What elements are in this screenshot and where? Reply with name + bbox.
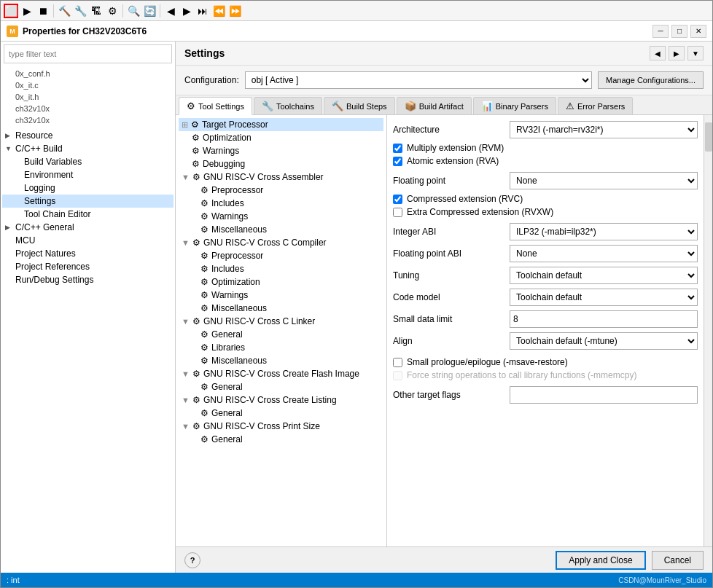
extra-compressed-checkbox[interactable]: [393, 208, 402, 217]
tree-logging[interactable]: Logging: [2, 181, 174, 195]
settings-tree-optimization[interactable]: ⚙ Optimization: [179, 131, 383, 144]
filter-input[interactable]: [4, 44, 172, 63]
apply-close-button[interactable]: Apply and Close: [556, 551, 645, 570]
settings-tree-compiler-optimization[interactable]: ⚙ Optimization: [179, 275, 383, 289]
tree-cpp-general[interactable]: ▶ C/C++ General: [2, 221, 174, 234]
settings-tree-flash-group[interactable]: ▼ ⚙ GNU RISC-V Cross Create Flash Image: [179, 367, 383, 380]
compressed-ext-row[interactable]: Compressed extension (RVC): [393, 194, 698, 204]
toolbar-stop[interactable]: ⏹: [36, 4, 50, 18]
maximize-button[interactable]: □: [671, 25, 687, 38]
tuning-select[interactable]: Toolchain default: [510, 267, 698, 284]
small-data-limit-input[interactable]: [510, 310, 698, 328]
toolbar-run[interactable]: ▶: [20, 4, 34, 18]
settings-tree-listing-group[interactable]: ▼ ⚙ GNU RISC-V Cross Create Listing: [179, 393, 383, 407]
minimize-button[interactable]: ─: [652, 25, 669, 38]
settings-tree-linker-group[interactable]: ▼ ⚙ GNU RISC-V Cross C Linker: [179, 315, 383, 328]
scrollbar-thumb[interactable]: [705, 122, 712, 152]
settings-tree-assembler-misc[interactable]: ⚙ Miscellaneous: [179, 223, 383, 236]
binary-parsers-icon: 📊: [481, 101, 493, 111]
settings-tree-printsize-general[interactable]: ⚙ General: [179, 433, 383, 446]
compressed-ext-checkbox[interactable]: [393, 195, 402, 204]
tree-cpp-build[interactable]: ▼ C/C++ Build: [2, 142, 174, 155]
toolbar-refresh[interactable]: 🔄: [142, 4, 157, 18]
close-button[interactable]: ✕: [690, 25, 706, 38]
multiply-extension-row[interactable]: Multiply extension (RVM): [393, 143, 698, 153]
manage-configurations-button[interactable]: Manage Configurations...: [598, 71, 704, 89]
tree-build-variables[interactable]: Build Variables: [2, 155, 174, 168]
tab-binary-parsers[interactable]: 📊 Binary Parsers: [473, 97, 556, 114]
settings-tree-compiler-group[interactable]: ▼ ⚙ GNU RISC-V Cross C Compiler: [179, 236, 383, 249]
toolbar-icon-active[interactable]: ⬜: [4, 4, 18, 18]
nav-down[interactable]: ▼: [687, 46, 704, 60]
small-prologue-row[interactable]: Small prologue/epilogue (-msave-restore): [393, 357, 698, 367]
toolchains-icon: 🔧: [262, 101, 273, 111]
tree-resource[interactable]: ▶ Resource: [2, 129, 174, 142]
toolbar-next[interactable]: ⏩: [227, 4, 242, 18]
toolbar-build[interactable]: 🔨: [57, 4, 71, 18]
tab-toolchains[interactable]: 🔧 Toolchains: [254, 97, 322, 114]
floating-point-select[interactable]: None Single Double: [510, 172, 698, 189]
toolbar-end[interactable]: ⏭: [195, 4, 210, 18]
extra-compressed-row[interactable]: Extra Compressed extension (RVXW): [393, 207, 698, 217]
nav-back[interactable]: ◀: [650, 46, 666, 60]
tree-project-natures[interactable]: Project Natures: [2, 247, 174, 260]
settings-tree-listing-general[interactable]: ⚙ General: [179, 407, 383, 420]
settings-tree-linker-misc[interactable]: ⚙ Miscellaneous: [179, 354, 383, 367]
settings-tree-warnings[interactable]: ⚙ Warnings: [179, 144, 383, 157]
settings-tree-assembler-includes[interactable]: ⚙ Includes: [179, 197, 383, 210]
force-string-row: Force string operations to call library …: [393, 370, 698, 380]
file-item-it-c[interactable]: 0x_it.c: [2, 79, 174, 91]
settings-tree-linker-libraries[interactable]: ⚙ Libraries: [179, 341, 383, 354]
tree-toolchain-editor[interactable]: Tool Chain Editor: [2, 208, 174, 221]
file-item-conf[interactable]: 0x_conf.h: [2, 68, 174, 79]
atomic-extension-checkbox[interactable]: [393, 157, 402, 166]
settings-tree-assembler-group[interactable]: ▼ ⚙ GNU RISC-V Cross Assembler: [179, 170, 383, 184]
toolbar-debug[interactable]: ⚙: [105, 4, 120, 18]
file-item-it-h[interactable]: 0x_it.h: [2, 91, 174, 103]
tabs-row: ⚙ Tool Settings 🔧 Toolchains 🔨 Build Ste…: [176, 95, 712, 115]
nav-forward[interactable]: ▶: [669, 46, 685, 60]
tab-build-steps[interactable]: 🔨 Build Steps: [324, 97, 395, 114]
integer-abi-select[interactable]: ILP32 (-mabi=ilp32*): [510, 223, 698, 240]
help-button[interactable]: ?: [184, 552, 200, 568]
settings-tree-debugging[interactable]: ⚙ Debugging: [179, 157, 383, 170]
atomic-extension-row[interactable]: Atomic extension (RVA): [393, 156, 698, 166]
architecture-select[interactable]: RV32I (-march=rv32i*): [510, 121, 698, 138]
align-select[interactable]: Toolchain default (-mtune): [510, 332, 698, 350]
settings-tree-compiler-preprocessor[interactable]: ⚙ Preprocessor: [179, 249, 383, 262]
toolbar-prev[interactable]: ⏪: [211, 4, 226, 18]
settings-tree-compiler-includes[interactable]: ⚙ Includes: [179, 262, 383, 275]
tab-error-parsers[interactable]: ⚠ Error Parsers: [558, 97, 633, 114]
small-prologue-checkbox[interactable]: [393, 358, 402, 367]
tree-environment[interactable]: Environment: [2, 168, 174, 181]
toolbar-forward[interactable]: ▶: [179, 4, 194, 18]
file-item-ch32-2[interactable]: ch32v10x: [2, 114, 174, 126]
settings-tree-assembler-warnings[interactable]: ⚙ Warnings: [179, 210, 383, 223]
code-model-select[interactable]: Toolchain default: [510, 289, 698, 306]
settings-tree-printsize-group[interactable]: ▼ ⚙ GNU RISC-V Cross Print Size: [179, 420, 383, 433]
settings-tree-compiler-misc[interactable]: ⚙ Miscellaneous: [179, 302, 383, 315]
config-select[interactable]: obj [ Active ]: [245, 71, 592, 89]
toolbar-deploy[interactable]: 🏗: [89, 4, 104, 18]
settings-tree-compiler-warnings[interactable]: ⚙ Warnings: [179, 289, 383, 302]
tree-settings[interactable]: Settings: [2, 195, 174, 208]
other-flags-input[interactable]: [510, 386, 698, 404]
tree-mcu[interactable]: MCU: [2, 234, 174, 247]
toolbar-settings[interactable]: 🔧: [73, 4, 87, 18]
toolbar-search[interactable]: 🔍: [126, 4, 141, 18]
tree-project-references[interactable]: Project References: [2, 260, 174, 273]
other-flags-label: Other target flags: [393, 390, 510, 400]
multiply-extension-checkbox[interactable]: [393, 144, 402, 153]
tab-build-artifact[interactable]: 📦 Build Artifact: [397, 97, 472, 114]
file-item-ch32-1[interactable]: ch32v10x: [2, 103, 174, 114]
tab-tool-settings[interactable]: ⚙ Tool Settings: [179, 97, 252, 115]
fp-abi-select[interactable]: None: [510, 245, 698, 262]
settings-tree-target-processor[interactable]: ⊞ ⚙ Target Processor: [179, 118, 383, 131]
settings-tree-assembler-preprocessor[interactable]: ⚙ Preprocessor: [179, 184, 383, 197]
settings-tree-linker-general[interactable]: ⚙ General: [179, 328, 383, 341]
toolbar-back[interactable]: ◀: [163, 4, 178, 18]
tree-run-debug[interactable]: Run/Debug Settings: [2, 273, 174, 286]
scrollbar[interactable]: [704, 115, 712, 546]
cancel-button[interactable]: Cancel: [652, 551, 704, 570]
settings-tree-flash-general[interactable]: ⚙ General: [179, 380, 383, 393]
